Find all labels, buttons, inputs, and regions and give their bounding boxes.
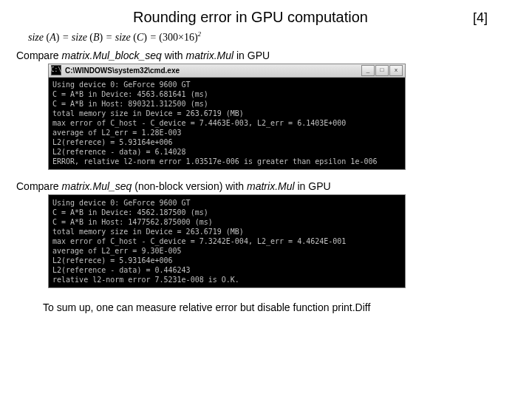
terminal-output-1: Using device 0: GeForce 9600 GT C = A*B … <box>49 78 405 169</box>
close-button[interactable]: x <box>389 65 403 76</box>
summary-line: To sum up, one can measure relative erro… <box>43 301 517 313</box>
terminal-window-2: Using device 0: GeForce 9600 GT C = A*B … <box>48 194 406 288</box>
cmd-icon: C:\ <box>51 65 61 75</box>
terminal-window-1: C:\ C:\WINDOWS\system32\cmd.exe _ □ x Us… <box>48 64 406 170</box>
caption-2: Compare matrix.Mul_seq (non-block versio… <box>16 180 517 192</box>
caption-1: Compare matrix.Mul_block_seq with matrix… <box>16 50 517 61</box>
reference-number: [4] <box>473 10 488 26</box>
terminal-title-text: C:\WINDOWS\system32\cmd.exe <box>65 66 361 75</box>
size-formula: size (A) = size (B) = size (C) = (300×16… <box>28 30 517 44</box>
maximize-button[interactable]: □ <box>375 65 389 76</box>
terminal-output-2: Using device 0: GeForce 9600 GT C = A*B … <box>49 195 405 287</box>
slide-title: Rounding error in GPU computation <box>133 9 368 26</box>
terminal-titlebar: C:\ C:\WINDOWS\system32\cmd.exe _ □ x <box>49 64 405 78</box>
minimize-button[interactable]: _ <box>361 65 375 76</box>
